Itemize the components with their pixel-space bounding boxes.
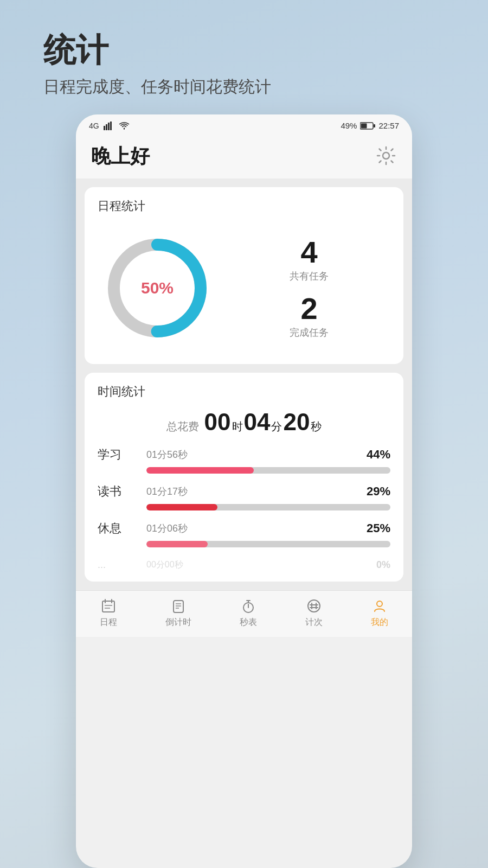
donut-percent: 50%: [141, 279, 174, 297]
progress-fill: [146, 541, 208, 547]
nav-item-倒计时[interactable]: 倒计时: [165, 597, 191, 628]
nav-item-计次[interactable]: 计次: [305, 597, 323, 628]
greeting-text: 晚上好: [91, 143, 150, 170]
donut-chart: 50%: [98, 228, 217, 348]
content-area: 日程统计 50% 4 共有任务 2 完成任务: [76, 178, 412, 590]
category-item: 读书 01分17秒 29%: [98, 483, 390, 510]
svg-rect-5: [374, 124, 375, 127]
category-time: 01分56秒: [146, 448, 367, 461]
category-time: 01分06秒: [146, 522, 367, 535]
category-item: 学习 01分56秒 44%: [98, 446, 390, 474]
hours-number: 00: [204, 409, 231, 436]
svg-rect-0: [104, 126, 105, 130]
bottom-nav: 日程 倒计时 秒表 计次 我的: [76, 590, 412, 637]
category-percent: 29%: [367, 484, 390, 499]
phone-frame: 4G 49% 22:57 晚上好: [76, 114, 412, 868]
nav-label: 秒表: [240, 617, 257, 628]
page-title: 统计: [43, 33, 445, 68]
category-name: 学习: [98, 446, 141, 463]
nav-label: 日程: [100, 617, 117, 628]
nav-item-日程[interactable]: 日程: [100, 597, 117, 628]
total-tasks-number: 4: [290, 237, 329, 267]
total-time-display: 总花费 00 时 04 分 20 秒: [98, 409, 390, 436]
schedule-stats-content: 50% 4 共有任务 2 完成任务: [98, 223, 390, 353]
progress-bar: [146, 467, 390, 474]
nav-item-秒表[interactable]: 秒表: [240, 597, 257, 628]
status-left: 4G: [89, 122, 130, 130]
svg-point-23: [308, 600, 320, 612]
page-subtitle: 日程完成度、任务时间花费统计: [43, 76, 445, 98]
category-name: 休息: [98, 520, 141, 537]
total-tasks-label: 共有任务: [290, 270, 329, 283]
progress-bar: [146, 504, 390, 510]
category-name: 读书: [98, 483, 141, 500]
progress-bar: [146, 541, 390, 547]
schedule-icon: [100, 597, 117, 615]
seconds-unit: 秒: [311, 419, 322, 434]
page-header: 统计 日程完成度、任务时间花费统计: [0, 0, 488, 114]
battery-percent: 49%: [341, 121, 357, 130]
svg-rect-1: [106, 124, 107, 130]
category-percent: 44%: [367, 448, 390, 462]
wifi-bars-icon: [104, 122, 114, 130]
nav-item-我的[interactable]: 我的: [371, 597, 388, 628]
signal-icon: 4G: [89, 122, 99, 130]
svg-point-7: [383, 152, 389, 159]
completed-number: 2: [290, 293, 329, 324]
category-list: 学习 01分56秒 44% 读书 01分17秒 29% 休息 01分06秒 25…: [98, 446, 390, 571]
category-time: 01分17秒: [146, 485, 367, 498]
hours-unit: 时: [232, 419, 243, 434]
minutes-unit: 分: [271, 419, 282, 434]
time-card-title: 时间统计: [98, 384, 390, 400]
status-right: 49% 22:57: [341, 121, 399, 130]
progress-fill: [146, 504, 217, 510]
counter-icon: [305, 597, 323, 615]
completed-label: 完成任务: [290, 326, 329, 339]
time-stats-card: 时间统计 总花费 00 时 04 分 20 秒 学习 01分56秒 44% 读书: [85, 373, 403, 582]
nav-label: 倒计时: [165, 617, 191, 628]
category-item: 休息 01分06秒 25%: [98, 520, 390, 547]
profile-icon: [371, 597, 388, 615]
svg-rect-6: [361, 123, 367, 128]
status-time: 22:57: [378, 121, 399, 130]
total-time-label: 总花费: [166, 419, 199, 434]
progress-fill: [146, 467, 254, 474]
stopwatch-icon: [240, 597, 257, 615]
stats-right: 4 共有任务 2 完成任务: [228, 237, 390, 339]
svg-point-28: [377, 601, 382, 607]
settings-button[interactable]: [375, 145, 397, 169]
schedule-stats-card: 日程统计 50% 4 共有任务 2 完成任务: [85, 187, 403, 364]
category-percent: 25%: [367, 521, 390, 535]
status-bar: 4G 49% 22:57: [76, 114, 412, 135]
svg-rect-2: [108, 123, 110, 130]
nav-label: 计次: [305, 617, 323, 628]
svg-rect-15: [174, 601, 183, 612]
battery-icon: [360, 122, 375, 130]
seconds-number: 20: [283, 409, 310, 436]
app-header: 晚上好: [76, 135, 412, 178]
minutes-number: 04: [244, 409, 271, 436]
wifi-icon: [119, 122, 130, 130]
total-tasks-stat: 4 共有任务: [290, 237, 329, 283]
countdown-icon: [170, 597, 187, 615]
nav-label: 我的: [371, 617, 388, 628]
settings-icon: [375, 145, 397, 167]
svg-rect-3: [110, 122, 112, 130]
truncated-category: ... 00分00秒 0%: [98, 559, 390, 571]
schedule-card-title: 日程统计: [98, 198, 390, 214]
svg-rect-10: [102, 601, 114, 612]
completed-tasks-stat: 2 完成任务: [290, 293, 329, 339]
